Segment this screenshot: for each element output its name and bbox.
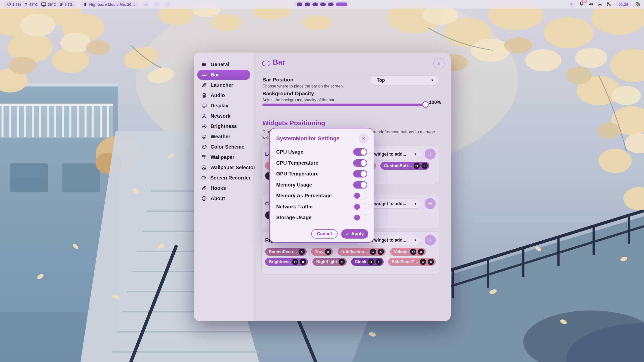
widget-chip-screenreco[interactable]: ScreenReco…×	[265, 248, 307, 256]
chip-settings-button[interactable]: ⚙	[420, 259, 426, 265]
gear-icon: ⚙	[294, 260, 297, 264]
sidebar-item-bar[interactable]: Bar	[197, 70, 250, 80]
chip-settings-button[interactable]: ⚙	[414, 163, 420, 169]
toggle-switch-memory-usage[interactable]	[353, 181, 367, 189]
chip-remove-button[interactable]: ×	[421, 163, 428, 169]
custom-button-skull[interactable]: ☠	[142, 1, 149, 8]
widget-chip-sidepanelt[interactable]: SidePanelT…⚙×	[388, 258, 436, 266]
workspace-dot-5[interactable]	[328, 3, 334, 6]
chevron-down-icon: ▾	[431, 78, 433, 82]
chip-settings-button[interactable]: ⚙	[368, 259, 374, 265]
widget-chip-tray[interactable]: Tray×	[311, 248, 333, 256]
toggle-row-memory-usage: Memory Usage	[276, 179, 367, 191]
system-monitor-widget[interactable]: 1.8% 43°C 38°C 9.7G	[4, 1, 76, 8]
slider-thumb[interactable]	[422, 101, 429, 108]
sidebar-item-display[interactable]: Display	[197, 101, 250, 111]
toggle-switch-cpu-temperature[interactable]	[353, 159, 367, 167]
bar-position-select[interactable]: Top ▾	[370, 75, 438, 85]
link-icon	[201, 185, 207, 191]
cpu-usage-value: 1.8%	[12, 2, 21, 7]
notifications-button[interactable]: 10	[579, 1, 584, 8]
chip-remove-button[interactable]: ×	[418, 249, 424, 255]
media-widget[interactable]: Nightcore Music Mix 20…	[80, 1, 139, 8]
chip-remove-button[interactable]: ×	[428, 259, 434, 265]
widget-chip-nightlight[interactable]: NightLight×	[312, 258, 346, 266]
toggle-switch-network-traffic[interactable]	[353, 203, 367, 210]
add-widget-button[interactable]: +	[425, 235, 436, 246]
toggle-label: Storage Usage	[276, 215, 311, 220]
workspace-dot-2[interactable]	[305, 3, 310, 6]
side-panel-grid-icon[interactable]	[635, 2, 640, 7]
sidebar-item-about[interactable]: About	[197, 193, 250, 204]
window-close-button[interactable]: ×	[433, 58, 445, 69]
toggle-knob	[354, 193, 360, 199]
toggle-row-cpu-temperature: CPU Temperature	[276, 158, 367, 169]
chip-label: CustomButt…	[384, 163, 412, 168]
chip-remove-button[interactable]: ×	[299, 249, 305, 255]
sidebar-item-screen-recorder[interactable]: Screen Recorder	[197, 173, 250, 183]
workspace-dot-1[interactable]	[297, 3, 302, 6]
workspace-dot-6[interactable]	[336, 3, 347, 6]
brightness-sun-icon[interactable]	[597, 2, 602, 7]
chip-remove-button[interactable]: ×	[378, 249, 384, 255]
claw-tool-button[interactable]	[568, 1, 575, 8]
page-title: Bar	[273, 58, 285, 66]
sidebar-item-label: Hooks	[211, 185, 226, 191]
close-icon: ×	[341, 260, 343, 264]
widget-chip-volume[interactable]: Volume⚙×	[390, 248, 426, 256]
chip-label: Clock	[355, 259, 366, 264]
custom-button-heart-2[interactable]: ♡	[164, 1, 171, 8]
chip-remove-button[interactable]: ×	[376, 259, 382, 265]
add-widget-button[interactable]: +	[425, 149, 436, 160]
top-bar: 1.8% 43°C 38°C 9.7G Nightcore Music Mix …	[0, 0, 644, 9]
sidebar-item-brightness[interactable]: Brightness	[197, 121, 250, 131]
sidebar-item-weather[interactable]: Weather	[197, 131, 250, 142]
cancel-button[interactable]: Cancel	[311, 229, 338, 239]
background-opacity-slider[interactable]	[262, 101, 425, 108]
slider-track[interactable]	[262, 104, 425, 106]
chip-settings-button[interactable]: ⚙	[370, 249, 376, 255]
workspace-dot-4[interactable]	[320, 3, 326, 6]
chip-label: NightLight	[316, 259, 337, 264]
add-widget-button[interactable]: +	[425, 198, 436, 209]
toggle-switch-memory-as-percentage[interactable]	[353, 192, 367, 199]
workspaces-widget	[294, 1, 350, 8]
chip-settings-button[interactable]: ⚙	[410, 249, 416, 255]
toggle-knob	[354, 204, 360, 210]
chip-remove-button[interactable]: ×	[325, 249, 331, 255]
toggle-switch-storage-usage[interactable]	[353, 214, 367, 221]
chip-settings-button[interactable]: ⚙	[292, 259, 298, 265]
sidebar-item-network[interactable]: Network	[197, 111, 250, 121]
widget-chip-clock[interactable]: Clock⚙×	[351, 258, 384, 266]
chip-label: Volume	[394, 249, 409, 254]
widget-chip-brightness[interactable]: Brightness⚙×	[265, 258, 308, 266]
sidebar-item-wallpaper[interactable]: Wallpaper	[197, 152, 250, 162]
toggle-knob	[361, 182, 367, 188]
workspace-dot-3[interactable]	[312, 3, 318, 6]
volume-icon[interactable]	[588, 2, 594, 7]
clock-widget[interactable]: 00:28	[616, 1, 631, 8]
sidebar-item-wallpaper-selector[interactable]: Wallpaper Selector	[197, 162, 250, 173]
apply-button[interactable]: ✓Apply	[341, 229, 368, 239]
bar-page-icon	[262, 61, 270, 66]
sidebar: GeneralBarLauncherAudioDisplayNetworkBri…	[194, 53, 254, 321]
sidebar-item-general[interactable]: General	[197, 59, 250, 70]
chip-remove-button[interactable]: ×	[300, 259, 306, 265]
sidebar-item-label: Bar	[211, 72, 219, 78]
nightlight-off-icon[interactable]	[606, 2, 612, 7]
info-icon	[201, 196, 207, 201]
chip-remove-button[interactable]: ×	[339, 259, 345, 265]
sidebar-item-label: About	[211, 196, 225, 201]
dialog-close-button[interactable]: ×	[359, 133, 369, 144]
toggle-switch-cpu-usage[interactable]	[353, 148, 367, 156]
sidebar-item-launcher[interactable]: Launcher	[197, 80, 250, 90]
widget-chip-custombutt[interactable]: CustomButt…⚙×	[380, 162, 429, 170]
widget-chip-notification[interactable]: Notification…⚙×	[338, 248, 386, 256]
custom-button-heart-1[interactable]: ♡	[153, 1, 160, 8]
sidebar-item-audio[interactable]: Audio	[197, 90, 250, 101]
sidebar-item-hooks[interactable]: Hooks	[197, 183, 250, 193]
widgets-positioning-title: Widgets Positioning	[262, 119, 325, 127]
sidebar-item-color-scheme[interactable]: Color Scheme	[197, 142, 250, 152]
toggle-switch-gpu-temperature[interactable]	[353, 170, 367, 177]
sidebar-item-label: Color Scheme	[211, 144, 244, 150]
